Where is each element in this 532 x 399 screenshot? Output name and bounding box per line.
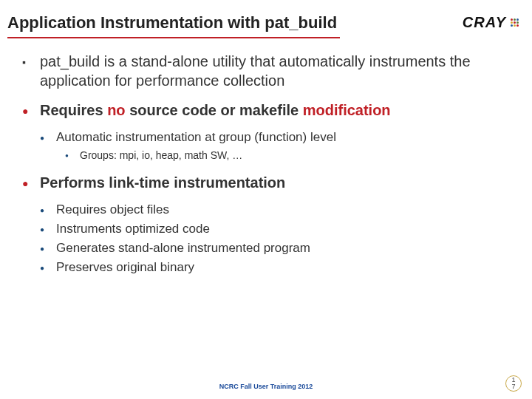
footer-text: NCRC Fall User Training 2012 xyxy=(0,383,532,390)
bullet-text: Requires object files xyxy=(56,202,169,217)
page-num-bot: 7 xyxy=(511,383,515,390)
bullet-text: Groups: mpi, io, heap, math SW, … xyxy=(80,149,242,161)
circle-bullet-icon: ● xyxy=(40,241,56,256)
bullet-level2: ● Automatic instrumentation at group (fu… xyxy=(40,130,510,145)
logo-dots-icon xyxy=(511,18,519,27)
bullet-text: Generates stand-alone instrumented progr… xyxy=(56,241,310,256)
bullet-text: Automatic instrumentation at group (func… xyxy=(56,130,336,145)
bullet-level2: ● Preserves original binary xyxy=(40,260,510,275)
bullet-level1: ● Requires no source code or makefile mo… xyxy=(22,100,510,120)
cray-logo: CRAY xyxy=(423,7,519,37)
circle-bullet-icon: ● xyxy=(65,149,80,161)
circle-bullet-icon: ● xyxy=(40,130,56,145)
circle-bullet-icon: ● xyxy=(40,222,56,236)
bullet-level2: ● Generates stand-alone instrumented pro… xyxy=(40,241,510,256)
bullet-text: Instruments optimized code xyxy=(56,222,210,236)
bullet-text: Preserves original binary xyxy=(56,260,194,275)
circle-bullet-icon: ● xyxy=(22,173,40,192)
bullet-level1: ● Performs link-time instrumentation xyxy=(22,173,510,192)
bullet-level2: ● Requires object files xyxy=(40,202,510,217)
circle-bullet-icon: ● xyxy=(40,260,56,275)
circle-bullet-icon: ● xyxy=(22,100,40,120)
circle-bullet-icon: ● xyxy=(40,202,56,217)
bullet-text: Performs link-time instrumentation xyxy=(40,173,285,192)
bullet-text: pat_build is a stand-alone utility that … xyxy=(40,52,510,90)
bullet-level2: ● Instruments optimized code xyxy=(40,222,510,236)
logo-text: CRAY xyxy=(463,14,506,31)
bullet-text: Requires no source code or makefile modi… xyxy=(40,100,391,120)
slide-content: ▪ pat_build is a stand-alone utility tha… xyxy=(0,38,532,275)
bullet-level1: ▪ pat_build is a stand-alone utility tha… xyxy=(22,52,510,90)
square-bullet-icon: ▪ xyxy=(22,52,40,90)
page-number-badge: 1 7 xyxy=(505,375,522,392)
bullet-level3: ● Groups: mpi, io, heap, math SW, … xyxy=(65,149,510,161)
